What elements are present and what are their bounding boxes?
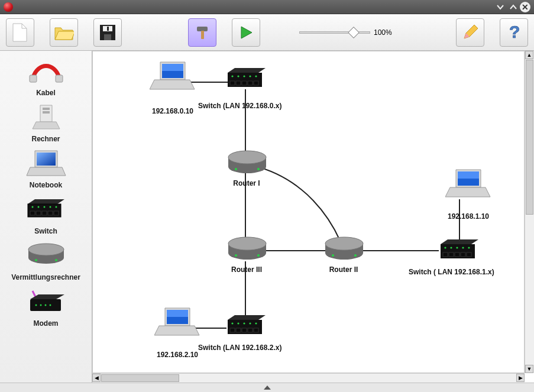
node-notebook-2[interactable]: 192.168.2.10: [139, 306, 216, 359]
resize-handle-icon[interactable]: [264, 385, 271, 390]
svg-rect-42: [162, 64, 183, 71]
svg-point-74: [456, 247, 458, 248]
svg-point-87: [243, 322, 245, 324]
svg-point-21: [49, 206, 51, 208]
svg-point-18: [31, 206, 33, 208]
save-file-button[interactable]: [93, 18, 122, 47]
router-icon: [224, 150, 269, 179]
scroll-left-button[interactable]: ◀: [92, 374, 101, 382]
scroll-up-button[interactable]: ▲: [525, 51, 533, 59]
svg-point-32: [49, 304, 51, 306]
scroll-right-button[interactable]: ▶: [516, 374, 525, 382]
svg-rect-84: [254, 328, 258, 332]
zoom-slider[interactable]: 100%: [299, 28, 392, 37]
node-switch-1[interactable]: [437, 238, 482, 263]
svg-rect-78: [458, 171, 479, 179]
svg-rect-13: [30, 211, 35, 215]
svg-rect-8: [56, 75, 63, 82]
svg-rect-47: [248, 81, 253, 85]
svg-text:?: ?: [509, 22, 520, 41]
palette: Kabel Rechner Notebook Switch Vermittlun: [0, 51, 92, 383]
node-switch-0[interactable]: [224, 67, 269, 92]
svg-point-19: [37, 206, 39, 208]
zoom-label: 100%: [374, 28, 392, 37]
node-router-2[interactable]: Router II: [321, 236, 366, 274]
node-router-3[interactable]: Router III: [224, 236, 269, 274]
svg-rect-82: [242, 328, 247, 332]
simulate-button[interactable]: [232, 18, 260, 47]
node-router-1[interactable]: Router I: [224, 150, 269, 187]
node-label: Router I: [224, 179, 269, 187]
scroll-down-button[interactable]: ▼: [525, 365, 533, 373]
scroll-thumb[interactable]: [101, 374, 179, 382]
svg-point-76: [468, 247, 470, 248]
switch-icon: [437, 238, 482, 263]
palette-item-modem[interactable]: Modem: [1, 285, 90, 328]
svg-point-20: [43, 206, 45, 208]
folder-icon: [54, 24, 74, 41]
hammer-icon: [193, 24, 211, 41]
palette-item-rechner[interactable]: Rechner: [1, 101, 90, 143]
svg-point-52: [249, 75, 251, 77]
toolbar: 100% ?: [0, 14, 534, 51]
vertical-scrollbar[interactable]: ▲ ▼: [525, 51, 534, 373]
svg-point-75: [462, 247, 464, 248]
scroll-thumb[interactable]: [526, 60, 533, 215]
palette-label: Vermittlungsrechner: [1, 273, 90, 281]
palette-item-notebook[interactable]: Notebook: [1, 147, 90, 189]
node-label: Router III: [224, 265, 269, 274]
help-button[interactable]: ?: [500, 18, 528, 47]
svg-point-59: [228, 237, 266, 250]
svg-rect-15: [42, 211, 47, 215]
svg-rect-3: [107, 27, 109, 31]
switch-icon: [224, 67, 269, 92]
node-label: 192.168.1.10: [430, 212, 507, 221]
svg-point-50: [237, 75, 239, 77]
svg-rect-69: [455, 252, 459, 257]
svg-rect-44: [230, 81, 235, 85]
svg-point-22: [55, 206, 57, 208]
svg-point-30: [40, 304, 41, 306]
svg-point-65: [354, 254, 357, 257]
minimize-button[interactable]: [494, 1, 507, 14]
cable-icon: [1, 54, 90, 89]
svg-point-85: [231, 322, 233, 324]
edit-button[interactable]: [456, 18, 484, 47]
question-icon: ?: [506, 22, 522, 43]
palette-item-kabel[interactable]: Kabel: [1, 54, 90, 97]
horizontal-scrollbar[interactable]: ◀ ▶: [92, 373, 525, 383]
titlebar: ✕: [0, 0, 534, 14]
svg-rect-68: [449, 252, 454, 257]
modem-icon: [1, 285, 90, 319]
router-icon: [1, 239, 90, 273]
svg-point-57: [257, 168, 260, 170]
notebook-icon: [1, 147, 90, 181]
palette-item-vermittlungsrechner[interactable]: Vermittlungsrechner: [1, 239, 90, 281]
node-switch-2[interactable]: [224, 314, 269, 339]
node-label: 192.168.2.10: [139, 351, 216, 359]
open-file-button[interactable]: [50, 18, 78, 47]
svg-point-56: [235, 168, 237, 170]
zoom-thumb[interactable]: [348, 27, 360, 38]
svg-rect-71: [467, 252, 471, 257]
blank-page-icon: [11, 22, 29, 43]
zoom-track[interactable]: [299, 31, 370, 34]
svg-rect-48: [254, 81, 258, 85]
node-notebook-1[interactable]: 192.168.1.10: [430, 167, 507, 221]
router-icon: [321, 236, 366, 265]
canvas[interactable]: 192.168.0.10 Switch (LAN 192.168.0.x) Ro…: [92, 51, 525, 373]
pencil-icon: [461, 24, 479, 41]
svg-rect-81: [236, 328, 241, 332]
node-label: Switch ( LAN 192.168.1.x): [409, 268, 494, 276]
svg-point-29: [35, 304, 37, 306]
router-icon: [224, 236, 269, 265]
palette-item-switch[interactable]: Switch: [1, 193, 90, 235]
svg-point-31: [44, 304, 46, 306]
palette-label: Rechner: [1, 135, 90, 143]
close-button[interactable]: ✕: [520, 2, 530, 12]
design-mode-button[interactable]: [188, 18, 216, 47]
maximize-button[interactable]: [507, 1, 520, 14]
svg-point-73: [450, 247, 452, 248]
new-file-button[interactable]: [6, 18, 34, 47]
svg-point-49: [231, 75, 233, 77]
